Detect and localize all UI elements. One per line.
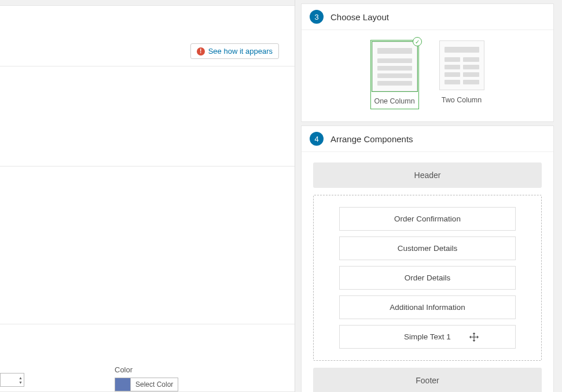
layout-label: Two Column bbox=[439, 96, 484, 104]
component-customer-details[interactable]: Customer Details bbox=[339, 236, 516, 260]
step-title: Choose Layout bbox=[330, 12, 389, 22]
footer-block: Footer bbox=[313, 368, 542, 392]
left-section-4: ▲▼ Color Select Color bbox=[0, 324, 295, 392]
component-simple-text-1[interactable]: Simple Text 1 bbox=[339, 325, 516, 349]
layout-thumb-one-column bbox=[372, 42, 417, 91]
left-section-3 bbox=[0, 167, 295, 324]
layout-thumb-two-column bbox=[439, 40, 484, 90]
step-arrange-components: 4 Arrange Components Header Order Confir… bbox=[301, 125, 554, 392]
component-label: Simple Text 1 bbox=[404, 332, 451, 341]
check-icon: ✓ bbox=[413, 37, 422, 46]
step-title: Arrange Components bbox=[330, 134, 413, 144]
arrange-body: Header Order Confirmation Customer Detai… bbox=[302, 152, 553, 392]
move-cursor-icon bbox=[469, 332, 479, 342]
right-panel: 3 Choose Layout ✓ One Column bbox=[295, 0, 562, 392]
step-header: 3 Choose Layout bbox=[302, 4, 553, 30]
see-how-it-appears-button[interactable]: ! See how it appears bbox=[190, 43, 279, 59]
left-section-1: ! See how it appears bbox=[0, 6, 295, 66]
step-header: 4 Arrange Components bbox=[302, 126, 553, 152]
left-top-bar bbox=[0, 0, 295, 6]
alert-icon: ! bbox=[197, 47, 205, 56]
number-stepper[interactable]: ▲▼ bbox=[0, 373, 24, 387]
color-swatch[interactable] bbox=[115, 378, 131, 391]
select-color-button[interactable]: Select Color bbox=[131, 378, 178, 391]
layout-option-two-column[interactable]: Two Column bbox=[439, 40, 484, 109]
see-how-label: See how it appears bbox=[208, 47, 273, 56]
color-label: Color bbox=[115, 365, 178, 374]
components-drop-zone[interactable]: Order Confirmation Customer Details Orde… bbox=[313, 195, 542, 361]
left-panel: ! See how it appears ▲▼ Color Select Col… bbox=[0, 0, 295, 392]
step-number-badge: 3 bbox=[310, 10, 324, 24]
color-picker-group: Color Select Color bbox=[115, 365, 178, 391]
left-section-2 bbox=[0, 66, 295, 167]
app-root: ! See how it appears ▲▼ Color Select Col… bbox=[0, 0, 562, 392]
component-additional-information[interactable]: Additional Information bbox=[339, 295, 516, 319]
step-number-badge: 4 bbox=[310, 132, 324, 146]
header-block: Header bbox=[313, 162, 542, 188]
component-order-confirmation[interactable]: Order Confirmation bbox=[339, 207, 516, 231]
component-order-details[interactable]: Order Details bbox=[339, 266, 516, 290]
step-choose-layout: 3 Choose Layout ✓ One Column bbox=[301, 3, 554, 122]
stepper-arrows-icon: ▲▼ bbox=[19, 376, 23, 384]
layout-option-one-column[interactable]: ✓ One Column bbox=[371, 40, 418, 109]
layout-options: ✓ One Column bbox=[302, 30, 553, 121]
color-row: Select Color bbox=[115, 378, 178, 391]
layout-label: One Column bbox=[372, 97, 417, 105]
